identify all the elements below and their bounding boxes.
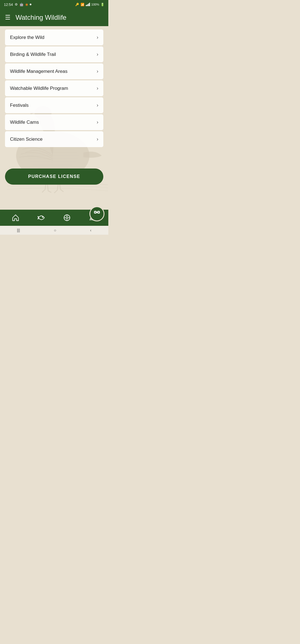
- menu-list: Explore the Wild › Birding & Wildlife Tr…: [0, 26, 108, 147]
- chevron-right-icon: ›: [97, 102, 98, 108]
- menu-item-festivals[interactable]: Festivals ›: [5, 97, 103, 113]
- binoculars-icon: [93, 210, 101, 218]
- svg-point-7: [66, 217, 68, 219]
- nav-fish[interactable]: [34, 211, 48, 225]
- menu-button[interactable]: ☰: [5, 14, 11, 21]
- menu-item-label: Wildlife Cams: [10, 120, 39, 125]
- svg-point-3: [98, 211, 99, 213]
- status-left: 12:54 ⚙ 🤖 ◉: [4, 3, 31, 7]
- signal-bars: [86, 3, 90, 6]
- status-bar: 12:54 ⚙ 🤖 ◉ 🔑 📶 100% 🔋: [0, 0, 108, 9]
- android-home-button[interactable]: ○: [54, 228, 56, 232]
- page-title: Watching Wildlife: [16, 14, 66, 21]
- purchase-license-button[interactable]: PURCHASE LICENSE: [5, 169, 103, 185]
- home-icon: [12, 214, 19, 222]
- menu-item-label: Birding & Wildlife Trail: [10, 52, 56, 57]
- android-nav-bar: ||| ○ ‹: [0, 226, 108, 235]
- svg-rect-4: [97, 212, 97, 212]
- menu-item-label: Watchable Wildlife Program: [10, 86, 68, 91]
- circle-icon: ◉: [25, 3, 28, 6]
- binoculars-fab-button[interactable]: [89, 206, 104, 221]
- svg-point-5: [42, 217, 43, 217]
- menu-item-label: Wildlife Management Areas: [10, 69, 68, 74]
- menu-item-wildlife-cams[interactable]: Wildlife Cams ›: [5, 114, 103, 130]
- chevron-right-icon: ›: [97, 85, 98, 91]
- app-header: ☰ Watching Wildlife: [0, 9, 108, 26]
- menu-item-explore-wild[interactable]: Explore the Wild ›: [5, 29, 103, 45]
- fish-icon: [38, 214, 45, 222]
- menu-item-citizen-science[interactable]: Citizen Science ›: [5, 131, 103, 147]
- svg-point-2: [94, 211, 96, 213]
- chevron-right-icon: ›: [97, 136, 98, 142]
- menu-item-wildlife-mgmt[interactable]: Wildlife Management Areas ›: [5, 63, 103, 79]
- main-content: Explore the Wild › Birding & Wildlife Tr…: [0, 26, 108, 210]
- gear-icon: ⚙: [15, 3, 18, 6]
- wifi-icon: 📶: [81, 3, 84, 6]
- android-back-button[interactable]: ‹: [90, 228, 91, 232]
- nav-target[interactable]: [60, 211, 74, 225]
- key-icon: 🔑: [75, 3, 79, 6]
- nav-home[interactable]: [9, 211, 22, 225]
- android-icon: 🤖: [19, 3, 24, 6]
- menu-item-label: Explore the Wild: [10, 35, 44, 40]
- status-right: 🔑 📶 100% 🔋: [75, 3, 104, 6]
- menu-item-watchable-wildlife[interactable]: Watchable Wildlife Program ›: [5, 80, 103, 96]
- chevron-right-icon: ›: [97, 119, 98, 125]
- chevron-right-icon: ›: [97, 34, 98, 40]
- chevron-right-icon: ›: [97, 68, 98, 74]
- menu-item-label: Citizen Science: [10, 137, 42, 142]
- purchase-button-area: PURCHASE LICENSE: [0, 169, 108, 185]
- chevron-right-icon: ›: [97, 51, 98, 57]
- target-icon: [63, 214, 71, 222]
- android-recents-button[interactable]: |||: [17, 228, 20, 232]
- status-dot: [30, 4, 31, 5]
- menu-item-birding-trail[interactable]: Birding & Wildlife Trail ›: [5, 46, 103, 62]
- menu-item-label: Festivals: [10, 103, 29, 108]
- status-time: 12:54: [4, 3, 13, 7]
- battery-icon: 🔋: [101, 3, 104, 6]
- battery-percent: 100%: [91, 3, 99, 6]
